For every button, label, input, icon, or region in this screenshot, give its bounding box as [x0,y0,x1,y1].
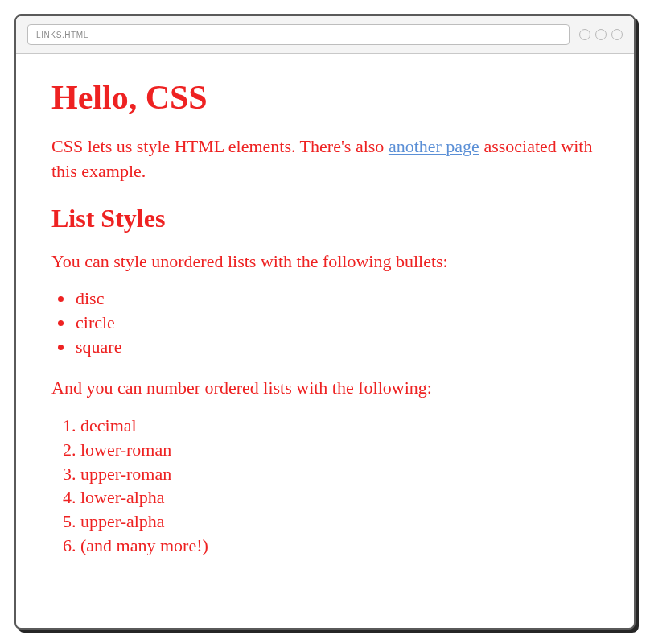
window-control-max[interactable] [595,29,607,40]
address-bar[interactable]: LINKS.HTML [27,24,570,45]
list-item: lower-alpha [80,485,599,510]
address-bar-text: LINKS.HTML [36,31,88,39]
list-item: (and many more!) [80,534,599,558]
list-item: circle [74,311,599,335]
another-page-link[interactable]: another page [389,136,479,156]
bullet-style-list: disc circle square [51,287,599,358]
window-controls [579,29,623,40]
browser-chrome: LINKS.HTML [16,16,634,54]
list-item: upper-roman [80,462,599,486]
page-heading-2: List Styles [51,204,599,233]
list-item: lower-roman [80,438,599,462]
number-style-list: decimal lower-roman upper-roman lower-al… [51,414,599,557]
list-item: upper-alpha [80,510,599,534]
intro-text-pre: CSS lets us style HTML elements. There's… [51,136,389,156]
ol-intro-paragraph: And you can number ordered lists with th… [51,376,599,401]
list-item: decimal [80,414,599,438]
list-item: square [74,335,599,359]
window-control-close[interactable] [611,29,623,40]
list-item: disc [74,287,599,311]
page-heading-1: Hello, CSS [51,78,599,117]
intro-paragraph: CSS lets us style HTML elements. There's… [51,134,599,184]
browser-window: LINKS.HTML Hello, CSS CSS lets us style … [14,14,636,630]
window-control-min[interactable] [579,29,590,40]
ul-intro-paragraph: You can style unordered lists with the f… [51,250,599,275]
page-content: Hello, CSS CSS lets us style HTML elemen… [16,54,634,628]
